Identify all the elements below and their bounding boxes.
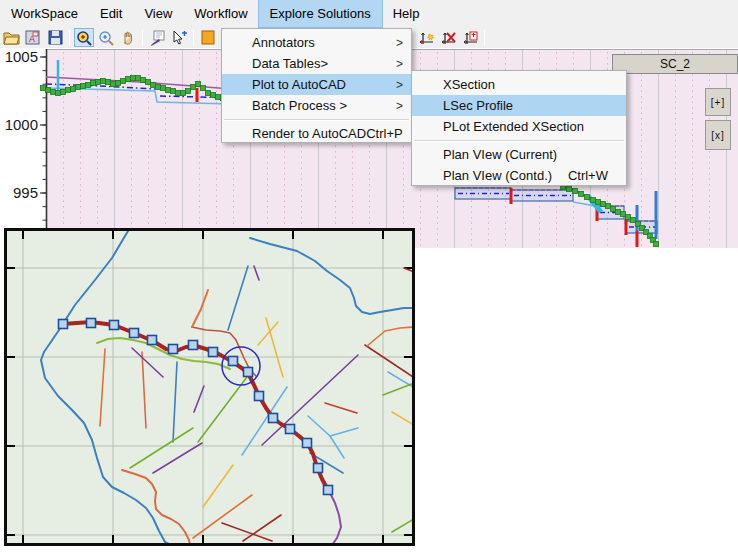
menubar-item-workflow[interactable]: Workflow bbox=[183, 0, 258, 27]
map-feature-xsec bbox=[330, 436, 344, 458]
submenu-arrow-icon: > bbox=[396, 57, 403, 71]
map-feature-xsec bbox=[153, 443, 202, 473]
map-drawing bbox=[7, 231, 412, 543]
plan-view-map[interactable] bbox=[4, 228, 415, 546]
menu-item-batch-process-[interactable]: Batch Process >> bbox=[222, 95, 411, 116]
menubar-item-help[interactable]: Help bbox=[382, 0, 431, 27]
map-feature-xsec bbox=[392, 412, 412, 425]
vertex-marker[interactable] bbox=[87, 319, 96, 328]
zoom-window-icon[interactable] bbox=[74, 28, 94, 47]
map-feature-xsec bbox=[142, 352, 146, 428]
vertex-marker[interactable] bbox=[255, 392, 264, 401]
vertex-marker[interactable] bbox=[324, 486, 333, 495]
menu-item-label: Batch Process > bbox=[252, 98, 347, 113]
map-feature-red-contour-southwest bbox=[122, 470, 190, 543]
menu-item-data-tables-[interactable]: Data Tables>> bbox=[222, 53, 411, 74]
vertex-marker[interactable] bbox=[286, 425, 295, 434]
menu-item-shortcut: Ctrl+W bbox=[568, 168, 618, 183]
map-feature-xsec bbox=[173, 362, 177, 442]
axis-delete-icon[interactable] bbox=[438, 28, 458, 47]
menu-item-plot-extended-xsection[interactable]: PLot Extended XSection bbox=[412, 116, 626, 137]
select-plus-icon[interactable] bbox=[169, 28, 189, 47]
map-feature-xsec bbox=[325, 403, 357, 413]
map-feature-xsec bbox=[198, 377, 247, 442]
menu-separator bbox=[414, 140, 624, 141]
y-axis-label: 1000 bbox=[5, 116, 38, 133]
submenu-arrow-icon: > bbox=[396, 99, 403, 113]
vertex-marker[interactable] bbox=[314, 464, 323, 473]
menu-item-label: Plot to AutoCAD bbox=[252, 77, 346, 92]
axis-table-icon[interactable] bbox=[460, 28, 480, 47]
axis-add-icon[interactable] bbox=[416, 28, 436, 47]
menu-item-label: LSec Profile bbox=[443, 98, 513, 113]
menu-item-label: Render to AutoCAD bbox=[252, 126, 366, 141]
map-feature-stream-northeast bbox=[250, 238, 412, 314]
menu-item-plan-view-current-[interactable]: Plan VIew (Current) bbox=[412, 144, 626, 165]
zoom-in-icon[interactable] bbox=[96, 28, 116, 47]
map-feature-xsec bbox=[130, 428, 193, 468]
vertex-marker[interactable] bbox=[169, 345, 178, 354]
map-feature-orange-curve-ne bbox=[367, 327, 412, 346]
toolbar-separator bbox=[142, 30, 143, 46]
menu-item-label: Data Tables> bbox=[252, 56, 328, 71]
y-axis-label: 1005 bbox=[5, 48, 38, 65]
submenu-arrow-icon: > bbox=[396, 78, 403, 92]
map-feature-orange-elbow bbox=[192, 290, 208, 327]
menu-item-label: PLot Extended XSection bbox=[443, 119, 584, 134]
save-as-icon[interactable]: A bbox=[23, 28, 43, 47]
doc-icon[interactable] bbox=[198, 28, 218, 47]
menu-separator bbox=[224, 119, 409, 120]
menu-item-plot-to-autocad[interactable]: Plot to AutoCAD> bbox=[222, 74, 411, 95]
map-feature-xsec bbox=[100, 349, 105, 426]
vertex-marker[interactable] bbox=[269, 414, 278, 423]
menu-item-shortcut: Ctrl+P bbox=[366, 126, 412, 141]
y-axis-label: 995 bbox=[13, 184, 38, 201]
map-feature-xsec bbox=[392, 519, 412, 532]
map-feature-xsec bbox=[383, 383, 412, 395]
pan-icon[interactable] bbox=[118, 28, 138, 47]
menubar-item-workspace[interactable]: WorkSpace bbox=[0, 0, 89, 27]
toolbar-separator bbox=[69, 30, 70, 46]
vertex-marker[interactable] bbox=[148, 336, 157, 345]
map-feature-xsec bbox=[193, 495, 252, 538]
plot-to-autocad-submenu: XSectionLSec ProfilePLot Extended XSecti… bbox=[411, 70, 627, 186]
menu-item-lsec-profile[interactable]: LSec Profile bbox=[412, 95, 626, 116]
vertex-marker[interactable] bbox=[59, 320, 68, 329]
menu-item-plan-view-contd-[interactable]: Plan VIew (Contd.)Ctrl+W bbox=[412, 165, 626, 186]
application-window: WorkSpaceEditViewWorkflowExplore Solutio… bbox=[0, 0, 738, 552]
map-feature-river-west bbox=[41, 231, 171, 543]
vertex-marker[interactable] bbox=[303, 439, 312, 448]
menu-item-label: Annotators bbox=[252, 35, 315, 50]
map-feature-xsec bbox=[203, 465, 233, 507]
vertex-marker[interactable] bbox=[209, 348, 218, 357]
menu-item-label: Plan VIew (Current) bbox=[443, 147, 557, 162]
menubar: WorkSpaceEditViewWorkflowExplore Solutio… bbox=[0, 0, 738, 27]
menubar-item-view[interactable]: View bbox=[133, 0, 183, 27]
map-feature-xsec bbox=[228, 266, 248, 330]
save-icon[interactable] bbox=[45, 28, 65, 47]
menu-item-label: Plan VIew (Contd.) bbox=[443, 168, 552, 183]
vertex-marker[interactable] bbox=[189, 341, 198, 350]
vertex-marker[interactable] bbox=[130, 329, 139, 338]
menu-item-label: XSection bbox=[443, 77, 495, 92]
toolbar-separator bbox=[193, 30, 194, 46]
open-folder-icon[interactable] bbox=[1, 28, 21, 47]
menubar-item-explore-solutions[interactable]: Explore Solutions bbox=[259, 0, 382, 27]
expand-button[interactable]: [+] bbox=[705, 88, 731, 116]
vertex-marker[interactable] bbox=[229, 357, 238, 366]
annotate-icon[interactable] bbox=[147, 28, 167, 47]
menu-item-xsection[interactable]: XSection bbox=[412, 74, 626, 95]
explore-solutions-menu: Annotators>Data Tables>>Plot to AutoCAD>… bbox=[221, 28, 412, 143]
menubar-item-edit[interactable]: Edit bbox=[89, 0, 133, 27]
vertex-marker[interactable] bbox=[110, 321, 119, 330]
tab-sc2[interactable]: SC_2 bbox=[612, 54, 738, 74]
toolbar-separator bbox=[484, 30, 485, 46]
menu-item-annotators[interactable]: Annotators> bbox=[222, 32, 411, 53]
map-feature-xsec bbox=[308, 416, 358, 436]
vertex-marker[interactable] bbox=[244, 368, 253, 377]
map-feature-xsec bbox=[132, 348, 163, 377]
submenu-arrow-icon: > bbox=[396, 36, 403, 50]
close-button[interactable]: [x] bbox=[705, 120, 731, 150]
menu-item-render-to-autocad[interactable]: Render to AutoCADCtrl+P bbox=[222, 123, 411, 144]
